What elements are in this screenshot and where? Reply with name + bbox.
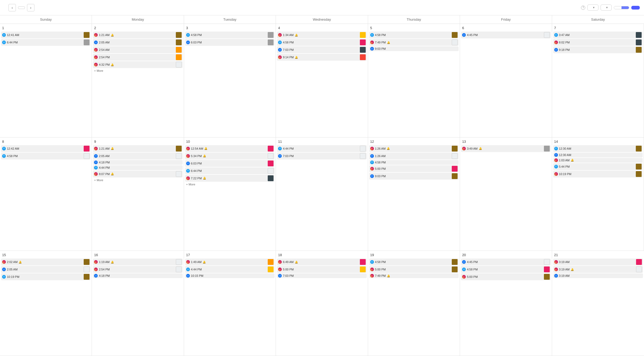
calendar-event[interactable]: T12:41 AM (1, 32, 91, 38)
calendar-event[interactable]: I2:54 PM (93, 266, 182, 273)
week-view-button[interactable] (614, 6, 621, 9)
calendar-event[interactable]: f2:05 AM (93, 153, 182, 159)
facebook-icon: f (94, 154, 98, 158)
calendar-event[interactable]: T4:58 PM (369, 160, 459, 165)
calendar-event[interactable]: f9:03 PM (369, 173, 459, 180)
calendar-event[interactable]: T4:58 PM (461, 266, 551, 273)
calendar-event[interactable]: f3:19 AM (553, 273, 643, 278)
event-thumbnail (176, 39, 182, 45)
prev-month-button[interactable]: ‹ (8, 4, 16, 11)
calendar-event[interactable]: T12:30 AM (553, 145, 643, 152)
instagram-icon: I (278, 268, 282, 271)
calendar-event[interactable]: T4:58 PM (369, 259, 459, 265)
calendar-event[interactable]: T4:58 PM (369, 32, 459, 38)
event-thumbnail (636, 146, 642, 152)
calendar-event[interactable]: I8:02 PM (553, 39, 643, 46)
calendar-event[interactable]: I7:22 PM🔔 (185, 175, 275, 182)
calendar-event[interactable]: T4:58 PM (1, 153, 91, 159)
calendar-event[interactable]: f2:05 AM (93, 39, 182, 46)
event-thumbnail (544, 259, 550, 265)
month-view-button[interactable] (621, 6, 629, 9)
calendar-event[interactable]: I5:00 PM (277, 266, 366, 273)
calendar-event[interactable]: I2:54 AM (93, 46, 182, 53)
calendar-event[interactable]: f2:05 AM (1, 266, 91, 273)
calendar-event[interactable]: f4:45 PM (461, 32, 551, 38)
calendar-event[interactable]: I4:32 PM🔔 (93, 61, 182, 68)
calendar-event[interactable]: T4:44 PM (277, 145, 366, 152)
calendar-event[interactable]: I8:07 PM🔔 (93, 171, 182, 177)
calendar-event[interactable]: I6:49 AM🔔 (277, 259, 366, 265)
calendar-event[interactable]: f1:26 AM (369, 153, 459, 159)
day-cell: 14T12:30 AMf12:30 AMI1:03 AM🔔T5:44 PMI10… (552, 137, 644, 251)
day-number: 7 (553, 25, 643, 30)
calendar-event[interactable]: I5:00 PM (369, 266, 459, 273)
calendar-event[interactable]: I1:34 AM🔔 (277, 32, 366, 38)
calendar-grid: 1T12:41 AMT6:44 PM2I1:21 AM🔔f2:05 AMI2:5… (0, 24, 644, 356)
calendar-event[interactable]: I7:49 PM🔔 (369, 39, 459, 46)
calendar-event[interactable]: f9:03 PM (369, 46, 459, 51)
alert-icon: 🔔 (387, 147, 390, 150)
calendar-event[interactable]: I1:26 AM🔔 (369, 145, 459, 152)
event-time: 4:58 PM (375, 260, 386, 264)
more-events-link[interactable]: + More (185, 182, 275, 186)
event-time: 7:49 PM (375, 41, 386, 44)
calendar-event[interactable]: I3:49 AM🔔 (461, 145, 551, 152)
calendar-event[interactable]: I5:00 PM (461, 273, 551, 280)
calendar-event[interactable]: f6:03 PM (185, 39, 275, 46)
calendar-event[interactable]: T6:44 PM (1, 39, 91, 46)
calendar-event[interactable]: T4:58 PM (277, 39, 366, 46)
calendar-event[interactable]: T3:47 AM (553, 32, 643, 38)
calendar-event[interactable]: f4:18 PM (93, 160, 182, 165)
calendar-event[interactable]: I1:21 AM🔔 (93, 145, 182, 152)
calendar-event[interactable]: I7:49 PM🔔 (369, 273, 459, 278)
calendar-event[interactable]: T10:19 PM (1, 273, 91, 280)
event-time: 4:58 PM (467, 268, 478, 271)
facebook-icon: f (278, 274, 282, 278)
calendar-event[interactable]: T5:44 PM (553, 163, 643, 170)
event-thumbnail (176, 146, 182, 152)
calendar-event[interactable]: I12:54 AM🔔 (185, 145, 275, 152)
calendar-event[interactable]: I5:34 PM🔔 (185, 153, 275, 159)
calendar-event[interactable]: I5:00 PM (369, 165, 459, 172)
more-events-link[interactable]: + More (93, 69, 182, 73)
today-button[interactable] (18, 6, 25, 9)
event-time: 1:34 AM (283, 33, 293, 37)
calendar-event[interactable]: I2:02 AM🔔 (1, 259, 91, 265)
facebook-icon: f (462, 33, 466, 37)
create-post-button[interactable] (631, 6, 640, 10)
calendar-event[interactable]: I1:19 AM🔔 (93, 259, 182, 265)
more-events-link[interactable]: + More (93, 178, 182, 182)
all-channels-dropdown[interactable]: ▼ (601, 5, 612, 11)
all-posts-dropdown[interactable]: ▼ (587, 5, 598, 11)
calendar-event[interactable]: f7:03 PM (277, 46, 366, 53)
calendar-event[interactable]: T4:44 PM (93, 165, 182, 170)
day-header-friday: Friday (460, 15, 552, 24)
calendar-event[interactable]: I3:19 AM (553, 259, 643, 265)
calendar-event[interactable]: f4:45 PM (461, 259, 551, 265)
calendar-event[interactable]: f4:18 PM (93, 273, 182, 278)
instagram-icon: I (554, 158, 558, 162)
calendar-event[interactable]: f7:03 PM (277, 273, 366, 278)
calendar-event[interactable]: T12:42 AM (1, 145, 91, 152)
day-number: 8 (1, 139, 91, 144)
event-thumbnail (544, 266, 550, 272)
calendar-event[interactable]: T4:44 PM (185, 266, 275, 273)
calendar-event[interactable]: f7:03 PM (277, 153, 366, 159)
calendar-event[interactable]: I2:54 PM (93, 54, 182, 61)
calendar-event[interactable]: I1:21 AM🔔 (93, 32, 182, 38)
calendar-event[interactable]: T6:44 PM (185, 167, 275, 174)
calendar-event[interactable]: I10:19 PM (553, 171, 643, 177)
day-number: 19 (369, 252, 459, 257)
calendar-event[interactable]: f10:15 PM (185, 273, 275, 278)
calendar-event[interactable]: T4:58 PM (185, 32, 275, 38)
calendar-event[interactable]: I1:03 AM🔔 (553, 158, 643, 163)
calendar-event[interactable]: f9:18 PM (553, 46, 643, 53)
next-month-button[interactable]: › (27, 4, 34, 11)
calendar-event[interactable]: I1:49 AM🔔 (185, 259, 275, 265)
event-time: 9:03 PM (375, 47, 386, 50)
calendar-event[interactable]: f12:30 AM (553, 153, 643, 157)
calendar-event[interactable]: I3:19 AM🔔 (553, 266, 643, 273)
timezone-help-icon[interactable]: ? (581, 6, 585, 10)
calendar-event[interactable]: I9:14 PM🔔 (277, 54, 366, 61)
calendar-event[interactable]: f6:03 PM (185, 160, 275, 167)
